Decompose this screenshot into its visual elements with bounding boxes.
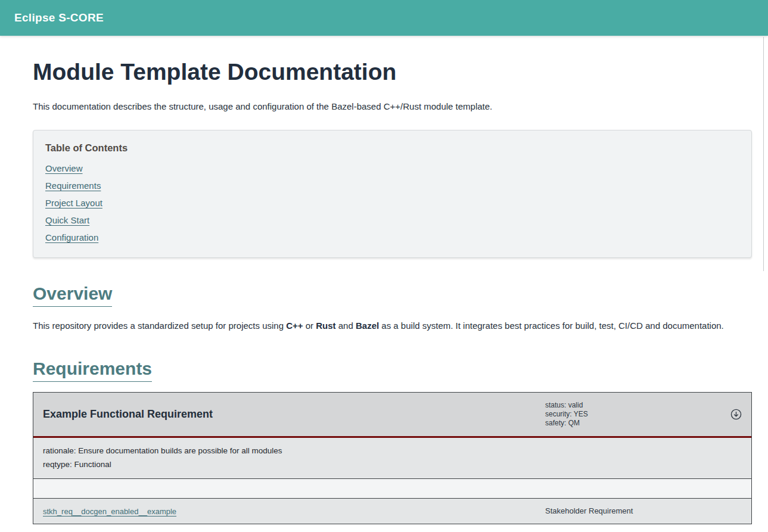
page-title: Module Template Documentation — [33, 58, 752, 86]
app-header: Eclipse S-CORE — [0, 0, 768, 36]
text-segment: This repository provides a standardized … — [33, 321, 286, 331]
bold-term: Bazel — [356, 321, 379, 331]
requirement-meta: status: validsecurity: YESsafety: QM — [545, 401, 724, 428]
text-segment: and — [336, 321, 356, 331]
brand-title: Eclipse S-CORE — [14, 11, 104, 24]
toc-item: Quick Start — [45, 215, 739, 226]
toc-item: Requirements — [45, 181, 739, 191]
toc-title: Table of Contents — [45, 142, 739, 154]
overview-heading: Overview — [33, 283, 112, 307]
requirement-card: Example Functional Requirement status: v… — [33, 392, 752, 524]
linked-requirement-link[interactable]: stkh_req__docgen_enabled__example — [43, 507, 176, 516]
section-requirements: Requirements Example Functional Requirem… — [33, 358, 752, 524]
bold-term: C++ — [286, 321, 303, 331]
requirement-card-header: Example Functional Requirement status: v… — [33, 393, 751, 438]
meta-line: safety: QM — [545, 419, 724, 428]
requirement-body: rationale: Ensure documentation builds a… — [33, 438, 751, 478]
table-of-contents: Table of Contents OverviewRequirementsPr… — [33, 130, 752, 258]
collapse-button[interactable] — [724, 409, 742, 420]
requirement-spacer-row — [33, 478, 751, 498]
toc-item: Configuration — [45, 232, 739, 243]
bold-term: Rust — [316, 321, 335, 331]
arrow-down-circle-icon — [730, 409, 742, 420]
toc-item: Overview — [45, 163, 739, 174]
section-overview: Overview This repository provides a stan… — [33, 283, 752, 331]
toc-list: OverviewRequirementsProject LayoutQuick … — [45, 163, 739, 243]
toc-link-project-layout[interactable]: Project Layout — [45, 198, 102, 208]
requirement-title: Example Functional Requirement — [43, 408, 545, 421]
overview-paragraph: This repository provides a standardized … — [33, 321, 752, 331]
toc-item: Project Layout — [45, 198, 739, 209]
linked-requirement-row: stkh_req__docgen_enabled__example Stakeh… — [33, 498, 751, 524]
reqtype-field: reqtype: Functional — [43, 460, 742, 469]
toc-link-quick-start[interactable]: Quick Start — [45, 215, 89, 225]
linked-requirement-cell: stkh_req__docgen_enabled__example — [43, 506, 545, 517]
requirements-heading: Requirements — [33, 358, 152, 382]
toc-link-overview[interactable]: Overview — [45, 163, 83, 173]
meta-line: security: YES — [545, 410, 724, 419]
text-segment: or — [303, 321, 316, 331]
toc-link-requirements[interactable]: Requirements — [45, 181, 101, 191]
text-segment: as a build system. It integrates best pr… — [379, 321, 724, 331]
meta-line: status: valid — [545, 401, 724, 410]
page-content: Module Template Documentation This docum… — [0, 58, 768, 524]
toc-link-configuration[interactable]: Configuration — [45, 232, 98, 242]
rationale-field: rationale: Ensure documentation builds a… — [43, 446, 742, 455]
intro-paragraph: This documentation describes the structu… — [33, 101, 752, 111]
linked-requirement-type: Stakeholder Requirement — [545, 506, 742, 515]
scrollbar[interactable] — [763, 37, 764, 271]
